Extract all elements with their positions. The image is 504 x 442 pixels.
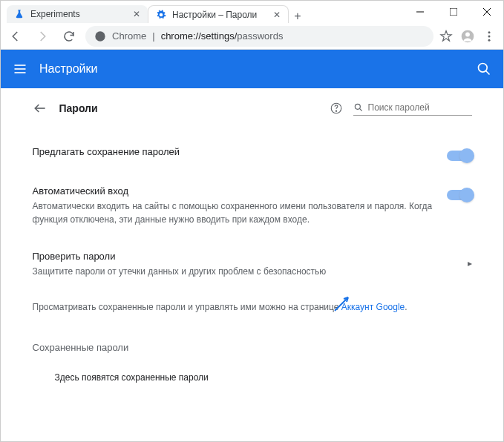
menu-icon[interactable] [482,30,496,43]
row-description: Защитите пароли от утечки данных и други… [33,265,456,278]
url-host: chrome://settings/ [161,30,238,42]
svg-point-9 [488,39,491,41]
close-icon[interactable]: ✕ [273,10,281,20]
forward-button[interactable] [32,26,53,47]
svg-line-19 [359,108,361,110]
address-bar[interactable]: Chrome | chrome://settings/passwords [85,26,433,47]
url-path: passwords [237,30,283,42]
close-window-button[interactable] [470,1,503,23]
close-icon[interactable]: ✕ [133,9,140,19]
row-label: Проверить пароли [33,251,456,262]
toggle-offer-save[interactable] [447,151,472,161]
row-offer-save: Предлагать сохранение паролей [33,133,472,173]
password-search-input[interactable] [368,102,472,113]
flask-icon [14,9,24,19]
reload-button[interactable] [59,26,79,47]
gear-icon [156,10,166,20]
page-title: Пароли [59,102,98,114]
settings-appbar: Настройки [1,50,503,88]
tab-strip: Experiments ✕ Настройки – Пароли ✕ + [1,1,403,23]
svg-point-13 [479,64,488,73]
maximize-button[interactable] [436,1,470,23]
svg-point-6 [465,32,470,36]
back-arrow-button[interactable] [33,101,48,116]
window-controls [403,1,503,23]
minimize-button[interactable] [403,1,436,23]
chevron-right-icon: ▸ [468,251,472,268]
search-icon [353,102,364,113]
url-prefix: Chrome [112,30,146,42]
svg-point-18 [355,104,360,109]
search-icon[interactable] [477,62,491,76]
chrome-icon [94,30,106,42]
bookmark-icon[interactable] [439,30,453,43]
back-button[interactable] [5,26,26,47]
appbar-title: Настройки [39,62,97,76]
svg-rect-1 [450,8,457,16]
hamburger-icon[interactable] [13,62,27,76]
content: Пароли Предлагать сохранение паролей [15,88,490,423]
subheader: Пароли [33,100,472,116]
titlebar: Experiments ✕ Настройки – Пароли ✕ + [1,1,503,23]
new-tab-button[interactable]: + [289,10,307,23]
row-description: Автоматически входить на сайты с помощью… [33,199,435,226]
row-check-passwords[interactable]: Проверить пароли Защитите пароли от утеч… [33,238,472,290]
svg-point-7 [488,31,491,33]
svg-point-8 [488,35,491,37]
password-search[interactable] [353,100,472,116]
toolbar: Chrome | chrome://settings/passwords [1,23,503,50]
saved-passwords-title: Сохраненные пароли [33,342,472,353]
svg-line-14 [486,71,490,75]
content-scroll[interactable]: Пароли Предлагать сохранение паролей [1,88,503,441]
row-label: Предлагать сохранение паролей [33,146,435,157]
saved-passwords-empty: Здесь появятся сохраненные пароли [33,362,472,393]
tab-settings-passwords[interactable]: Настройки – Пароли ✕ [148,5,289,23]
tab-label: Настройки – Пароли [172,10,257,20]
google-account-link[interactable]: Аккаунт Google [341,302,405,312]
manage-passwords-text: Просматривать сохраненные пароли и управ… [33,290,472,324]
profile-icon[interactable] [460,29,475,44]
help-icon[interactable] [330,102,343,115]
row-autosignin: Автоматический вход Автоматически входит… [33,173,472,238]
tab-experiments[interactable]: Experiments ✕ [7,5,148,23]
svg-point-4 [95,31,105,41]
toggle-autosignin[interactable] [447,190,472,200]
svg-point-17 [336,110,336,111]
tab-label: Experiments [30,9,80,19]
row-label: Автоматический вход [33,185,435,197]
